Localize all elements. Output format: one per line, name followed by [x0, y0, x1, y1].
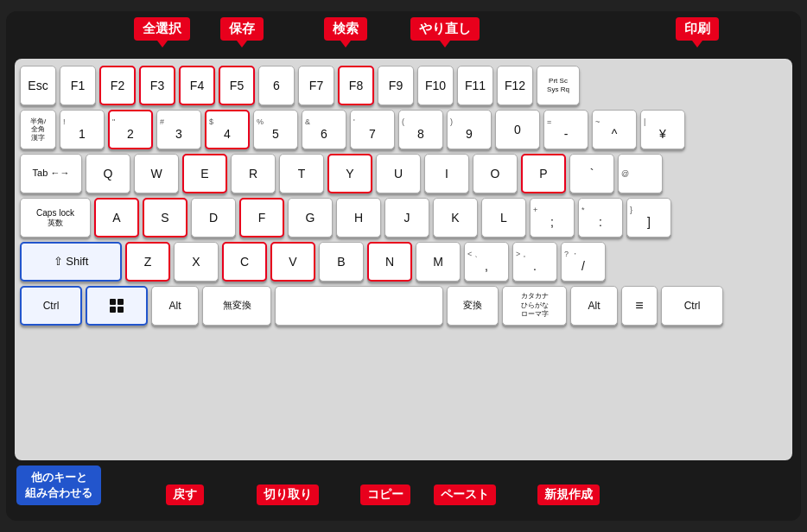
key-f5[interactable]: F5: [219, 66, 255, 105]
key-win[interactable]: [86, 286, 148, 326]
key-9[interactable]: )9: [447, 110, 492, 149]
key-backtick[interactable]: `: [569, 154, 614, 193]
row-asdf: Caps lock英数 A S D F G H J K L +; *: }]: [20, 198, 787, 238]
key-f7[interactable]: F7: [298, 66, 334, 105]
key-f10[interactable]: F10: [417, 66, 454, 105]
label-new: 新規作成: [537, 484, 600, 505]
key-capslock[interactable]: Caps lock英数: [20, 198, 91, 238]
top-labels: 全選択 保存 検索 やり直し 印刷: [6, 13, 801, 60]
key-a[interactable]: A: [94, 198, 139, 238]
keyboard-container: 全選択 保存 検索 やり直し 印刷 Esc F1 F2 F3 F4 F5 6 F…: [6, 11, 801, 521]
label-redo: やり直し: [410, 17, 480, 41]
key-f[interactable]: F: [239, 198, 284, 238]
row-zxcv: ⇧ Shift Z X C V B N M < 、, > 。. ? ・/: [20, 242, 787, 282]
key-e[interactable]: E: [182, 154, 227, 193]
key-2[interactable]: "2: [108, 110, 153, 149]
key-f12[interactable]: F12: [497, 66, 533, 105]
key-4[interactable]: $4: [205, 110, 250, 149]
key-yen[interactable]: |¥: [640, 110, 685, 149]
key-henkan[interactable]: 変換: [447, 286, 499, 326]
key-r[interactable]: R: [231, 154, 276, 193]
key-space[interactable]: [275, 286, 443, 326]
key-f8[interactable]: F8: [338, 66, 374, 105]
key-prtsc[interactable]: Prt ScSys Rq: [537, 66, 580, 105]
key-q[interactable]: Q: [86, 154, 130, 193]
key-3[interactable]: #3: [156, 110, 201, 149]
key-f4[interactable]: F4: [179, 66, 215, 105]
key-esc[interactable]: Esc: [20, 66, 56, 105]
key-b[interactable]: B: [319, 242, 364, 282]
key-f3[interactable]: F3: [139, 66, 175, 105]
key-f9[interactable]: F9: [378, 66, 414, 105]
key-muhenkan[interactable]: 無変換: [202, 286, 271, 326]
key-x[interactable]: X: [174, 242, 219, 282]
label-select-all: 全選択: [134, 17, 190, 41]
key-v[interactable]: V: [270, 242, 315, 282]
key-w[interactable]: W: [134, 154, 179, 193]
key-8[interactable]: (8: [398, 110, 443, 149]
key-caret[interactable]: ~^: [592, 110, 637, 149]
key-0[interactable]: 0: [495, 110, 540, 149]
key-f11[interactable]: F11: [457, 66, 493, 105]
key-shift[interactable]: ⇧ Shift: [20, 242, 122, 282]
key-y[interactable]: Y: [327, 154, 372, 193]
key-p[interactable]: P: [521, 154, 566, 193]
key-n[interactable]: N: [367, 242, 412, 282]
key-f6[interactable]: 6: [258, 66, 295, 105]
key-f1[interactable]: F1: [60, 66, 96, 105]
key-6[interactable]: &6: [302, 110, 346, 149]
key-ctrl-right[interactable]: Ctrl: [661, 286, 723, 326]
key-bracket-r[interactable]: }]: [626, 198, 671, 238]
key-j[interactable]: J: [384, 198, 429, 238]
key-ctrl-left[interactable]: Ctrl: [20, 286, 82, 326]
key-tab[interactable]: Tab ←→: [20, 154, 82, 193]
label-print: 印刷: [676, 17, 719, 41]
key-zenkaku[interactable]: 半角/全角漢字: [20, 110, 56, 149]
key-d[interactable]: D: [191, 198, 236, 238]
row-fn: Esc F1 F2 F3 F4 F5 6 F7 F8 F9 F10 F11 F1…: [20, 66, 787, 105]
key-c[interactable]: C: [222, 242, 267, 282]
key-h[interactable]: H: [336, 198, 381, 238]
key-at[interactable]: @: [618, 154, 663, 193]
label-search: 検索: [324, 17, 367, 41]
key-f2[interactable]: F2: [99, 66, 136, 105]
label-combine: 他のキーと組み合わせる: [16, 466, 101, 505]
key-katakana[interactable]: カタカナひらがなローマ字: [502, 286, 567, 326]
windows-logo-icon: [110, 299, 124, 313]
key-m[interactable]: M: [416, 242, 461, 282]
key-o[interactable]: O: [473, 154, 518, 193]
key-minus[interactable]: =-: [543, 110, 588, 149]
key-s[interactable]: S: [143, 198, 187, 238]
keyboard-body: Esc F1 F2 F3 F4 F5 6 F7 F8 F9 F10 F11 F1…: [15, 59, 792, 460]
key-colon[interactable]: *:: [578, 198, 623, 238]
key-alt-left[interactable]: Alt: [151, 286, 199, 326]
key-7[interactable]: '7: [350, 110, 395, 149]
key-t[interactable]: T: [279, 154, 324, 193]
key-z[interactable]: Z: [125, 242, 170, 282]
key-menu[interactable]: ≡: [621, 286, 658, 326]
key-g[interactable]: G: [288, 198, 333, 238]
label-copy: コピー: [360, 484, 410, 505]
row-qwerty: Tab ←→ Q W E R T Y U I O P ` @: [20, 154, 787, 193]
key-k[interactable]: K: [433, 198, 478, 238]
key-1[interactable]: !1: [60, 110, 105, 149]
label-cut: 切り取り: [257, 484, 319, 505]
key-slash[interactable]: ? ・/: [561, 242, 606, 282]
key-period[interactable]: > 。.: [512, 242, 557, 282]
key-i[interactable]: I: [424, 154, 469, 193]
label-save: 保存: [220, 17, 264, 41]
row-numbers: 半角/全角漢字 !1 "2 #3 $4 %5 &6 '7 (8 )9 0 =- …: [20, 110, 787, 149]
key-5[interactable]: %5: [253, 110, 298, 149]
key-alt-right[interactable]: Alt: [570, 286, 618, 326]
key-comma[interactable]: < 、,: [464, 242, 509, 282]
key-u[interactable]: U: [376, 154, 421, 193]
key-l[interactable]: L: [481, 198, 526, 238]
row-bottom: Ctrl Alt 無変換 変換 カタカナひらがなローマ字 Alt ≡ Ctrl: [20, 286, 787, 326]
label-paste: ペースト: [434, 484, 496, 505]
key-semicolon[interactable]: +;: [530, 198, 575, 238]
label-undo: 戻す: [166, 484, 204, 505]
